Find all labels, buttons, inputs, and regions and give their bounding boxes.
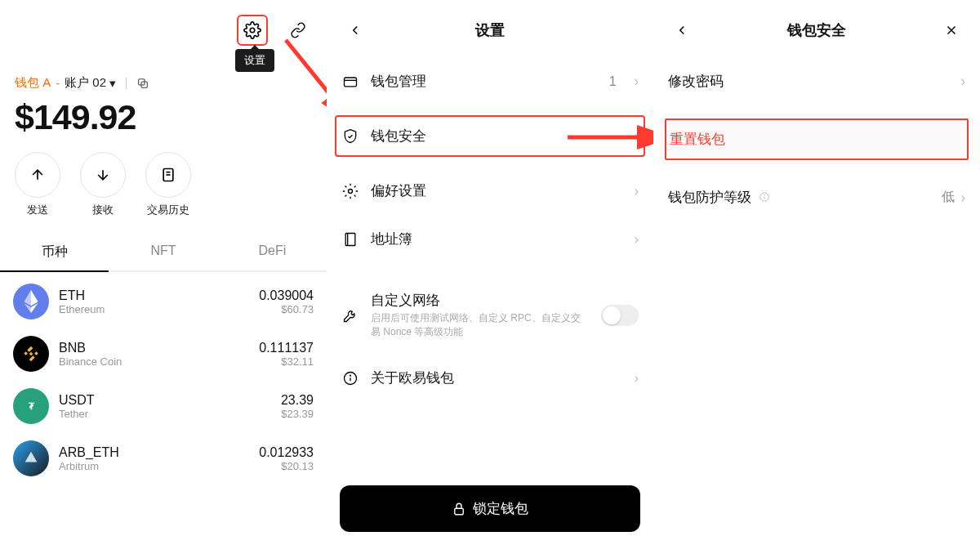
eth-icon (13, 284, 49, 319)
row-wallet-security[interactable]: 钱包安全 › (332, 112, 648, 160)
asset-tabs: 币种 NFT DeFi (0, 232, 327, 270)
chevron-left-icon (675, 23, 689, 38)
caret-down-icon: ▾ (109, 76, 116, 91)
arb-icon (13, 440, 49, 476)
wrench-icon (341, 307, 359, 324)
back-button[interactable] (340, 15, 371, 46)
row-preferences[interactable]: 偏好设置 › (327, 167, 653, 215)
balance-amount: $149.92 (0, 91, 327, 149)
row-wallet-management[interactable]: 钱包管理 1 › (327, 57, 653, 105)
row-address-book[interactable]: 地址簿 › (327, 215, 653, 263)
settings-tooltip: 设置 (235, 49, 274, 72)
settings-header: 设置 (327, 0, 653, 54)
settings-list: 钱包管理 1 › 钱包安全 › 偏好设置 › 地址簿 › 自定义网络 启用后可使… (327, 54, 653, 405)
coin-network: Binance Coin (59, 355, 249, 368)
coin-row-arb[interactable]: ARB_ETHArbitrum 0.012933$20.13 (0, 432, 327, 485)
row-label: 关于欧易钱包 (371, 369, 617, 387)
send-button[interactable]: 发送 (15, 152, 60, 217)
arrow-up-icon (29, 167, 46, 183)
divider-vertical (126, 78, 127, 89)
chevron-right-icon: › (635, 371, 639, 386)
chevron-right-icon: › (635, 129, 639, 144)
svg-rect-11 (345, 233, 355, 245)
receive-button[interactable]: 接收 (80, 152, 126, 217)
page-title: 钱包安全 (787, 20, 846, 40)
separator-dash: - (56, 76, 60, 90)
history-button[interactable]: 交易历史 (145, 152, 191, 217)
row-reset-wallet[interactable]: 重置钱包 (660, 114, 973, 165)
tab-underline (0, 270, 327, 272)
svg-rect-9 (345, 78, 357, 87)
chevron-right-icon: › (635, 232, 639, 247)
coin-symbol: ETH (59, 288, 249, 303)
row-count: 1 (609, 74, 617, 89)
page-title: 设置 (475, 20, 505, 40)
chain-link-icon (290, 22, 306, 38)
account-selector[interactable]: 钱包 A - 账户 02 ▾ (0, 75, 327, 91)
action-row: 发送 接收 交易历史 (0, 149, 327, 232)
tab-nft[interactable]: NFT (109, 232, 217, 270)
document-icon (160, 167, 176, 183)
coin-row-bnb[interactable]: BNBBinance Coin 0.111137$32.11 (0, 328, 327, 380)
row-label: 重置钱包 (670, 130, 964, 149)
row-custom-network[interactable]: 自定义网络 启用后可使用测试网络、自定义 RPC、自定义交易 Nonce 等高级… (327, 276, 653, 354)
chevron-right-icon: › (961, 190, 965, 205)
coin-network: Ethereum (59, 303, 249, 315)
row-label: 钱包防护等级 (668, 188, 942, 207)
row-label: 自定义网络 (371, 291, 590, 310)
svg-point-15 (350, 375, 351, 376)
security-header: 钱包安全 (653, 0, 980, 54)
coin-symbol: ARB_ETH (59, 445, 249, 460)
coin-fiat: $32.11 (259, 355, 314, 368)
chevron-left-icon (348, 23, 363, 38)
gear-icon (243, 21, 261, 39)
svg-point-22 (764, 194, 764, 195)
shield-icon (341, 128, 359, 145)
wallet-home-pane: 设置 钱包 A - 账户 02 ▾ $149.92 发送 接收 交易历史 币种 … (0, 0, 327, 545)
row-label: 修改密码 (668, 72, 955, 91)
close-button[interactable] (936, 15, 967, 46)
coin-row-usdt[interactable]: ₮ USDTTether 23.39$23.39 (0, 380, 327, 432)
coin-network: Tether (59, 408, 271, 420)
copy-icon[interactable] (136, 77, 149, 90)
row-change-password[interactable]: 修改密码 › (653, 54, 980, 109)
wallet-icon (341, 74, 359, 90)
link-button[interactable] (283, 15, 314, 46)
lock-icon (452, 502, 466, 516)
arrow-down-icon (95, 167, 111, 183)
tab-coins[interactable]: 币种 (0, 232, 109, 270)
back-button[interactable] (666, 15, 697, 46)
coin-symbol: USDT (59, 393, 271, 408)
row-label: 钱包安全 (371, 127, 617, 145)
coin-network: Arbitrum (59, 460, 249, 472)
row-description: 启用后可使用测试网络、自定义 RPC、自定义交易 Nonce 等高级功能 (371, 311, 590, 339)
send-label: 发送 (27, 203, 48, 217)
row-about[interactable]: 关于欧易钱包 › (327, 354, 653, 402)
tab-defi[interactable]: DeFi (218, 232, 327, 270)
custom-network-toggle[interactable] (601, 305, 639, 326)
account-dropdown[interactable]: 账户 02 ▾ (65, 75, 116, 91)
close-icon (944, 23, 959, 38)
settings-button[interactable] (237, 15, 268, 46)
coin-amount: 0.039004 (259, 288, 314, 303)
receive-label: 接收 (92, 203, 114, 217)
coin-fiat: $23.39 (281, 408, 314, 420)
chevron-right-icon: › (961, 74, 965, 89)
top-bar (0, 0, 327, 51)
wallet-security-pane: 钱包安全 修改密码 › 重置钱包 钱包防护等级 低 › (653, 0, 980, 545)
coin-row-eth[interactable]: ETHEthereum 0.039004$60.73 (0, 275, 327, 328)
lock-wallet-button[interactable]: 锁定钱包 (340, 485, 640, 532)
account-label: 账户 02 (65, 75, 106, 91)
gear-icon (341, 183, 359, 199)
bnb-icon (13, 336, 49, 372)
svg-point-10 (349, 189, 353, 193)
svg-point-0 (250, 28, 255, 33)
wallet-name: 钱包 A (15, 75, 51, 91)
coin-fiat: $20.13 (259, 460, 314, 472)
history-label: 交易历史 (147, 203, 189, 217)
coin-symbol: BNB (59, 341, 249, 355)
row-protection-level[interactable]: 钱包防护等级 低 › (653, 170, 980, 225)
row-label: 钱包管理 (371, 72, 598, 91)
chevron-right-icon: › (635, 184, 639, 199)
row-label: 偏好设置 (371, 181, 617, 200)
